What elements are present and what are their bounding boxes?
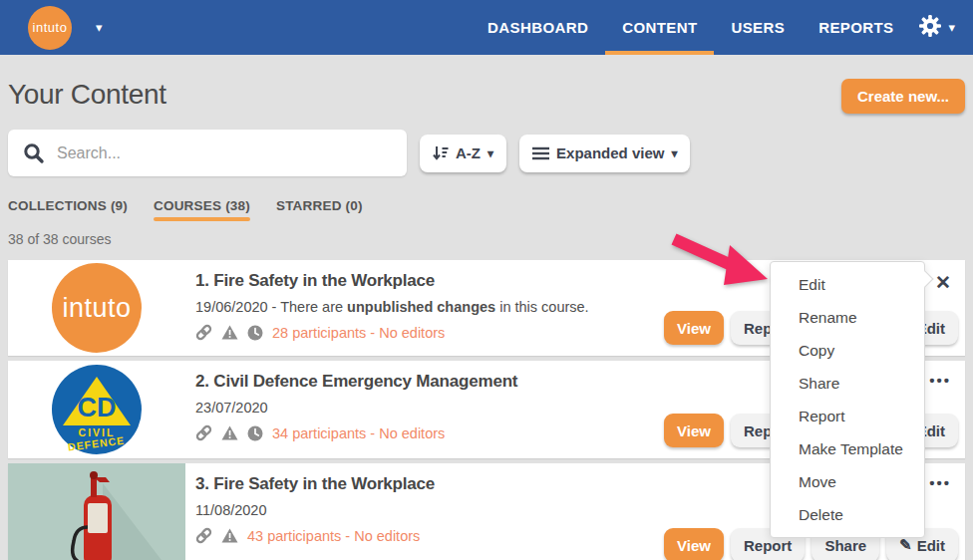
view-button[interactable]: View xyxy=(664,528,724,560)
clock-icon xyxy=(247,325,263,341)
menu-item-rename[interactable]: Rename xyxy=(771,301,924,334)
nav-content[interactable]: CONTENT xyxy=(605,0,714,55)
course-meta: 34 participants - No editors xyxy=(195,424,517,441)
chevron-down-icon: ▾ xyxy=(671,146,677,160)
intuto-logo[interactable]: intuto xyxy=(28,6,72,50)
course-thumbnail[interactable]: CD CIVIL DEFENCE xyxy=(8,361,185,458)
chevron-down-icon: ▾ xyxy=(487,146,493,160)
search-input[interactable] xyxy=(57,144,407,162)
civil-defence-logo: CD CIVIL DEFENCE xyxy=(52,365,142,454)
brand-menu[interactable]: intuto ▾ xyxy=(28,6,103,50)
link-icon xyxy=(195,424,212,441)
svg-text:CD: CD xyxy=(78,393,117,422)
course-count-summary: 38 of 38 courses xyxy=(8,231,965,247)
menu-item-delete[interactable]: Delete xyxy=(771,498,924,531)
participants-text[interactable]: 34 participants - No editors xyxy=(272,425,445,441)
sort-label: A-Z xyxy=(456,144,481,161)
menu-item-report[interactable]: Report xyxy=(771,400,924,432)
tab-count: (0) xyxy=(346,198,363,213)
create-new-button[interactable]: Create new... xyxy=(841,79,965,114)
clock-icon xyxy=(247,425,263,441)
tab-collections[interactable]: COLLECTIONS (9) xyxy=(8,198,128,221)
tab-starred[interactable]: STARRED (0) xyxy=(276,198,363,221)
gear-icon xyxy=(918,14,942,42)
tab-count: (38) xyxy=(225,198,250,213)
menu-item-copy[interactable]: Copy xyxy=(771,334,924,367)
view-mode-button[interactable]: Expanded view ▾ xyxy=(519,135,690,172)
course-info: 1. Fire Safety in the Workplace 19/06/20… xyxy=(195,271,589,341)
course-date: 11/08/2020 xyxy=(195,502,435,518)
course-thumbnail[interactable] xyxy=(8,463,185,560)
course-date: 19/06/2020 - There are unpublished chang… xyxy=(195,299,589,315)
course-title[interactable]: 3. Fire Safety in the Workplace xyxy=(195,474,435,494)
view-mode-label: Expanded view xyxy=(556,144,664,161)
page-header: Your Content Create new... xyxy=(8,79,965,114)
nav-users[interactable]: USERS xyxy=(714,0,802,55)
link-icon xyxy=(195,324,212,341)
logo-text: intuto xyxy=(33,20,68,35)
ellipsis-menu-icon[interactable]: ••• xyxy=(929,372,951,389)
menu-item-make-template[interactable]: Make Template xyxy=(771,432,924,465)
sort-button[interactable]: A-Z ▾ xyxy=(420,135,506,172)
participants-text[interactable]: 28 participants - No editors xyxy=(272,325,445,341)
page-title: Your Content xyxy=(8,79,166,111)
close-icon[interactable]: ✕ xyxy=(935,271,951,294)
course-title[interactable]: 1. Fire Safety in the Workplace xyxy=(195,271,589,291)
warning-icon xyxy=(221,425,238,440)
nav-links: DASHBOARD CONTENT USERS REPORTS xyxy=(471,0,973,55)
intuto-course-logo: intuto xyxy=(52,263,142,353)
view-button[interactable]: View xyxy=(664,414,724,447)
course-meta: 43 participants - No editors xyxy=(195,527,435,544)
view-button[interactable]: View xyxy=(664,311,724,345)
course-info: 3. Fire Safety in the Workplace 11/08/20… xyxy=(195,474,435,544)
settings-menu[interactable]: ▾ xyxy=(918,14,955,42)
tab-courses[interactable]: COURSES (38) xyxy=(154,198,250,221)
course-thumbnail[interactable]: intuto xyxy=(8,260,185,356)
sort-amount-icon xyxy=(433,145,449,160)
course-title[interactable]: 2. Civil Defence Emergency Management xyxy=(195,372,517,392)
menu-item-edit[interactable]: Edit xyxy=(771,268,924,301)
nav-dashboard[interactable]: DASHBOARD xyxy=(471,0,605,55)
toolbar: A-Z ▾ Expanded view ▾ xyxy=(8,130,965,176)
course-meta: 28 participants - No editors xyxy=(195,324,589,341)
top-navbar: intuto ▾ DASHBOARD CONTENT USERS REPORTS xyxy=(0,0,973,55)
content-tabs: COLLECTIONS (9) COURSES (38) STARRED (0) xyxy=(8,198,965,221)
warning-icon xyxy=(221,325,238,340)
chevron-down-icon[interactable]: ▾ xyxy=(96,20,103,35)
nav-reports[interactable]: REPORTS xyxy=(802,0,910,55)
participants-text[interactable]: 43 participants - No editors xyxy=(247,528,420,544)
search-icon xyxy=(23,142,45,164)
tab-count: (9) xyxy=(111,198,128,213)
menu-item-share[interactable]: Share xyxy=(771,367,924,400)
course-info: 2. Civil Defence Emergency Management 23… xyxy=(195,372,517,441)
chevron-down-icon: ▾ xyxy=(948,20,955,35)
course-context-menu: Edit Rename Copy Share Report Make Templ… xyxy=(770,261,925,538)
hamburger-icon xyxy=(532,146,549,160)
link-icon xyxy=(195,527,212,544)
ellipsis-menu-icon[interactable]: ••• xyxy=(929,474,951,491)
pencil-icon: ✎ xyxy=(899,536,912,554)
course-date: 23/07/2020 xyxy=(195,400,517,416)
menu-item-move[interactable]: Move xyxy=(771,465,924,498)
fire-extinguisher-photo xyxy=(8,463,185,560)
search-box[interactable] xyxy=(8,130,407,176)
warning-icon xyxy=(221,528,238,543)
